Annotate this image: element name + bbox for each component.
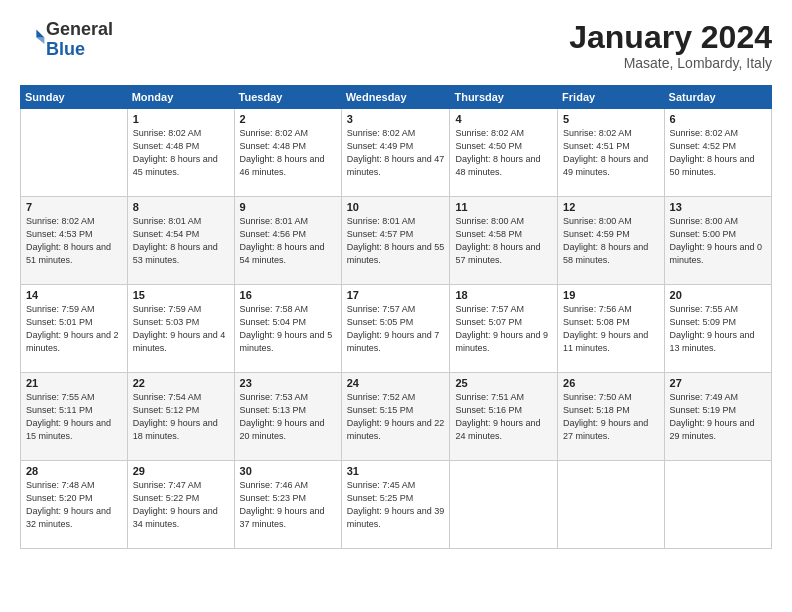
- logo-icon: [22, 24, 46, 48]
- weekday-header-row: SundayMondayTuesdayWednesdayThursdayFrid…: [21, 86, 772, 109]
- calendar-week-row: 28Sunrise: 7:48 AMSunset: 5:20 PMDayligh…: [21, 461, 772, 549]
- svg-marker-1: [36, 37, 44, 43]
- day-info: Sunrise: 7:52 AMSunset: 5:15 PMDaylight:…: [347, 391, 445, 443]
- calendar-cell: [664, 461, 771, 549]
- day-info: Sunrise: 8:02 AMSunset: 4:49 PMDaylight:…: [347, 127, 445, 179]
- day-number: 9: [240, 201, 336, 213]
- location-subtitle: Masate, Lombardy, Italy: [569, 55, 772, 71]
- weekday-header: Friday: [558, 86, 664, 109]
- day-number: 14: [26, 289, 122, 301]
- day-info: Sunrise: 7:50 AMSunset: 5:18 PMDaylight:…: [563, 391, 658, 443]
- weekday-header: Tuesday: [234, 86, 341, 109]
- day-info: Sunrise: 7:51 AMSunset: 5:16 PMDaylight:…: [455, 391, 552, 443]
- day-number: 7: [26, 201, 122, 213]
- day-number: 5: [563, 113, 658, 125]
- logo-text: General Blue: [46, 20, 113, 60]
- day-info: Sunrise: 7:57 AMSunset: 5:05 PMDaylight:…: [347, 303, 445, 355]
- day-number: 26: [563, 377, 658, 389]
- day-number: 15: [133, 289, 229, 301]
- calendar-cell: 28Sunrise: 7:48 AMSunset: 5:20 PMDayligh…: [21, 461, 128, 549]
- calendar-cell: 27Sunrise: 7:49 AMSunset: 5:19 PMDayligh…: [664, 373, 771, 461]
- calendar-cell: 7Sunrise: 8:02 AMSunset: 4:53 PMDaylight…: [21, 197, 128, 285]
- weekday-header: Sunday: [21, 86, 128, 109]
- day-info: Sunrise: 7:57 AMSunset: 5:07 PMDaylight:…: [455, 303, 552, 355]
- day-info: Sunrise: 8:02 AMSunset: 4:53 PMDaylight:…: [26, 215, 122, 267]
- weekday-header: Monday: [127, 86, 234, 109]
- day-info: Sunrise: 7:54 AMSunset: 5:12 PMDaylight:…: [133, 391, 229, 443]
- calendar-page: General Blue January 2024 Masate, Lombar…: [0, 0, 792, 612]
- day-number: 6: [670, 113, 766, 125]
- day-info: Sunrise: 7:59 AMSunset: 5:01 PMDaylight:…: [26, 303, 122, 355]
- calendar-cell: 26Sunrise: 7:50 AMSunset: 5:18 PMDayligh…: [558, 373, 664, 461]
- day-number: 19: [563, 289, 658, 301]
- day-info: Sunrise: 7:53 AMSunset: 5:13 PMDaylight:…: [240, 391, 336, 443]
- day-number: 10: [347, 201, 445, 213]
- day-info: Sunrise: 7:45 AMSunset: 5:25 PMDaylight:…: [347, 479, 445, 531]
- day-number: 25: [455, 377, 552, 389]
- day-info: Sunrise: 8:02 AMSunset: 4:48 PMDaylight:…: [133, 127, 229, 179]
- day-info: Sunrise: 7:55 AMSunset: 5:09 PMDaylight:…: [670, 303, 766, 355]
- day-number: 12: [563, 201, 658, 213]
- calendar-cell: 31Sunrise: 7:45 AMSunset: 5:25 PMDayligh…: [341, 461, 450, 549]
- calendar-cell: 2Sunrise: 8:02 AMSunset: 4:48 PMDaylight…: [234, 109, 341, 197]
- calendar-cell: 23Sunrise: 7:53 AMSunset: 5:13 PMDayligh…: [234, 373, 341, 461]
- day-number: 23: [240, 377, 336, 389]
- day-number: 28: [26, 465, 122, 477]
- calendar-cell: 14Sunrise: 7:59 AMSunset: 5:01 PMDayligh…: [21, 285, 128, 373]
- calendar-week-row: 21Sunrise: 7:55 AMSunset: 5:11 PMDayligh…: [21, 373, 772, 461]
- calendar-table: SundayMondayTuesdayWednesdayThursdayFrid…: [20, 85, 772, 549]
- page-header: General Blue January 2024 Masate, Lombar…: [20, 20, 772, 71]
- day-info: Sunrise: 8:00 AMSunset: 4:59 PMDaylight:…: [563, 215, 658, 267]
- weekday-header: Wednesday: [341, 86, 450, 109]
- calendar-cell: 12Sunrise: 8:00 AMSunset: 4:59 PMDayligh…: [558, 197, 664, 285]
- calendar-cell: 25Sunrise: 7:51 AMSunset: 5:16 PMDayligh…: [450, 373, 558, 461]
- day-number: 31: [347, 465, 445, 477]
- day-info: Sunrise: 8:02 AMSunset: 4:48 PMDaylight:…: [240, 127, 336, 179]
- weekday-header: Saturday: [664, 86, 771, 109]
- day-info: Sunrise: 7:59 AMSunset: 5:03 PMDaylight:…: [133, 303, 229, 355]
- day-info: Sunrise: 8:01 AMSunset: 4:56 PMDaylight:…: [240, 215, 336, 267]
- calendar-cell: 11Sunrise: 8:00 AMSunset: 4:58 PMDayligh…: [450, 197, 558, 285]
- calendar-cell: 6Sunrise: 8:02 AMSunset: 4:52 PMDaylight…: [664, 109, 771, 197]
- calendar-cell: 5Sunrise: 8:02 AMSunset: 4:51 PMDaylight…: [558, 109, 664, 197]
- day-info: Sunrise: 8:02 AMSunset: 4:50 PMDaylight:…: [455, 127, 552, 179]
- svg-marker-0: [36, 29, 44, 37]
- calendar-cell: 19Sunrise: 7:56 AMSunset: 5:08 PMDayligh…: [558, 285, 664, 373]
- day-number: 30: [240, 465, 336, 477]
- day-info: Sunrise: 8:00 AMSunset: 4:58 PMDaylight:…: [455, 215, 552, 267]
- calendar-cell: 3Sunrise: 8:02 AMSunset: 4:49 PMDaylight…: [341, 109, 450, 197]
- calendar-cell: 22Sunrise: 7:54 AMSunset: 5:12 PMDayligh…: [127, 373, 234, 461]
- day-info: Sunrise: 8:01 AMSunset: 4:54 PMDaylight:…: [133, 215, 229, 267]
- calendar-week-row: 1Sunrise: 8:02 AMSunset: 4:48 PMDaylight…: [21, 109, 772, 197]
- day-number: 22: [133, 377, 229, 389]
- calendar-week-row: 14Sunrise: 7:59 AMSunset: 5:01 PMDayligh…: [21, 285, 772, 373]
- day-info: Sunrise: 7:49 AMSunset: 5:19 PMDaylight:…: [670, 391, 766, 443]
- calendar-cell: 10Sunrise: 8:01 AMSunset: 4:57 PMDayligh…: [341, 197, 450, 285]
- day-number: 11: [455, 201, 552, 213]
- calendar-cell: 1Sunrise: 8:02 AMSunset: 4:48 PMDaylight…: [127, 109, 234, 197]
- calendar-cell: [450, 461, 558, 549]
- day-number: 27: [670, 377, 766, 389]
- day-number: 29: [133, 465, 229, 477]
- calendar-cell: 17Sunrise: 7:57 AMSunset: 5:05 PMDayligh…: [341, 285, 450, 373]
- day-number: 4: [455, 113, 552, 125]
- logo-blue: Blue: [46, 39, 85, 59]
- day-number: 21: [26, 377, 122, 389]
- day-info: Sunrise: 8:01 AMSunset: 4:57 PMDaylight:…: [347, 215, 445, 267]
- title-block: January 2024 Masate, Lombardy, Italy: [569, 20, 772, 71]
- day-number: 24: [347, 377, 445, 389]
- month-title: January 2024: [569, 20, 772, 55]
- calendar-cell: 16Sunrise: 7:58 AMSunset: 5:04 PMDayligh…: [234, 285, 341, 373]
- day-number: 3: [347, 113, 445, 125]
- calendar-cell: 29Sunrise: 7:47 AMSunset: 5:22 PMDayligh…: [127, 461, 234, 549]
- calendar-cell: 24Sunrise: 7:52 AMSunset: 5:15 PMDayligh…: [341, 373, 450, 461]
- calendar-cell: [558, 461, 664, 549]
- calendar-cell: 20Sunrise: 7:55 AMSunset: 5:09 PMDayligh…: [664, 285, 771, 373]
- day-info: Sunrise: 7:47 AMSunset: 5:22 PMDaylight:…: [133, 479, 229, 531]
- day-number: 18: [455, 289, 552, 301]
- calendar-cell: 15Sunrise: 7:59 AMSunset: 5:03 PMDayligh…: [127, 285, 234, 373]
- calendar-cell: 4Sunrise: 8:02 AMSunset: 4:50 PMDaylight…: [450, 109, 558, 197]
- day-info: Sunrise: 8:02 AMSunset: 4:52 PMDaylight:…: [670, 127, 766, 179]
- calendar-week-row: 7Sunrise: 8:02 AMSunset: 4:53 PMDaylight…: [21, 197, 772, 285]
- day-number: 17: [347, 289, 445, 301]
